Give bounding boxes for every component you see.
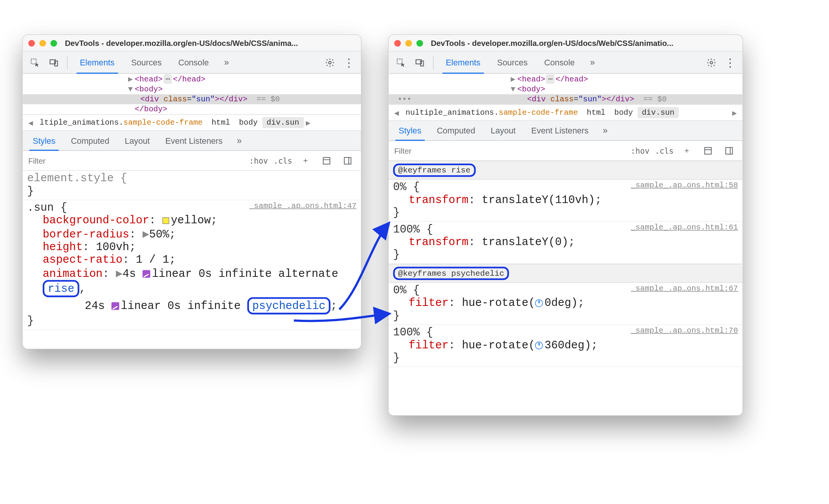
computed-styles-sidebar-icon[interactable] [319, 153, 335, 168]
keyframes-link-rise[interactable]: rise [48, 282, 75, 295]
kebab-menu-icon[interactable]: ⋮ [341, 55, 357, 70]
device-mode-icon[interactable] [412, 55, 428, 70]
inspect-icon[interactable] [27, 55, 43, 70]
keyframes-link-psychedelic[interactable]: psychedelic [252, 299, 325, 312]
subtab-event-listeners[interactable]: Event Listeners [525, 121, 595, 140]
tab-console[interactable]: Console [538, 52, 582, 73]
traffic-zoom-icon[interactable] [50, 40, 57, 46]
source-link[interactable]: _sample_.ap…ons.html:67 [631, 284, 738, 293]
svg-rect-4 [323, 157, 330, 164]
svg-rect-11 [726, 147, 732, 154]
subtab-layout[interactable]: Layout [118, 131, 156, 150]
kebab-menu-icon[interactable]: ⋮ [722, 55, 738, 70]
new-style-rule-icon[interactable]: ＋ [679, 143, 695, 158]
dom-selected-node[interactable]: ••• <div class="sun"></div> == $0 [388, 94, 742, 104]
settings-gear-icon[interactable] [704, 55, 719, 70]
subtab-more-icon[interactable]: » [231, 133, 247, 148]
tab-elements[interactable]: Elements [73, 52, 121, 73]
styles-filter-bar: :hov .cls ＋ [388, 141, 742, 161]
dom-tree[interactable]: ▶<head>⋯</head> ▼<body> <div class="sun"… [23, 74, 361, 114]
divider [433, 56, 433, 69]
rule-rise-0[interactable]: _sample_.ap…ons.html:58 0% { transform: … [388, 180, 742, 222]
angle-clock-icon[interactable] [535, 299, 543, 307]
computed-styles-sidebar-icon[interactable] [700, 143, 716, 158]
titlebar: DevTools - developer.mozilla.org/en-US/d… [23, 35, 361, 52]
keyframes-header-rise: @keyframes rise [388, 161, 742, 180]
window-title: DevTools - developer.mozilla.org/en-US/d… [431, 39, 673, 47]
crumb-prev-icon[interactable]: ◀ [26, 118, 35, 127]
styles-subtabs: Styles Computed Layout Event Listeners » [388, 121, 742, 141]
source-link[interactable]: _sample_.ap…ons.html:70 [631, 326, 738, 335]
dom-tree[interactable]: ▶<head>⋯</head> ▼<body> ••• <div class="… [388, 74, 742, 104]
crumb-frame[interactable]: ltiple_animations.sample-code-frame [35, 117, 207, 128]
device-mode-icon[interactable] [46, 55, 62, 70]
svg-rect-5 [344, 157, 351, 164]
tab-elements[interactable]: Elements [439, 52, 487, 73]
toggle-cls-button[interactable]: .cls [655, 146, 674, 155]
subtab-layout[interactable]: Layout [484, 121, 522, 140]
more-tabs-icon[interactable]: » [585, 55, 600, 70]
styles-rules: @keyframes rise _sample_.ap…ons.html:58 … [388, 161, 742, 416]
crumb-body[interactable]: body [610, 107, 637, 118]
rule-rise-100[interactable]: _sample_.ap…ons.html:61 100% { transform… [388, 222, 742, 264]
crumb-selected[interactable]: div.sun [262, 117, 303, 128]
crumb-next-icon[interactable]: ▶ [304, 118, 313, 127]
traffic-minimize-icon[interactable] [39, 40, 46, 46]
crumb-html[interactable]: html [207, 117, 235, 128]
tab-console[interactable]: Console [172, 52, 216, 73]
crumb-selected[interactable]: div.sun [637, 107, 679, 118]
breadcrumb[interactable]: ◀ ltiple_animations.sample-code-frame ht… [23, 114, 361, 131]
crumb-html[interactable]: html [582, 107, 610, 118]
styles-filter-bar: :hov .cls ＋ [23, 151, 361, 171]
new-style-rule-icon[interactable]: ＋ [298, 153, 314, 168]
inspect-icon[interactable] [393, 55, 409, 70]
breadcrumb[interactable]: ◀ nultiple_animations.sample-code-frame … [388, 104, 742, 121]
traffic-minimize-icon[interactable] [405, 40, 412, 46]
source-link[interactable]: _sample_.ap…ons.html:61 [631, 223, 738, 232]
subtab-computed[interactable]: Computed [64, 131, 116, 150]
traffic-zoom-icon[interactable] [416, 40, 423, 46]
crumb-body[interactable]: body [235, 117, 262, 128]
styles-rules: element.style { } _sample_.ap…ons.html:4… [23, 171, 361, 349]
rule-sun[interactable]: _sample_.ap…ons.html:47 .sun { backgroun… [23, 200, 361, 330]
source-link[interactable]: _sample_.ap…ons.html:58 [631, 181, 738, 190]
tab-sources[interactable]: Sources [491, 52, 535, 73]
toggle-hov-button[interactable]: :hov [631, 146, 649, 155]
angle-clock-icon[interactable] [535, 341, 543, 349]
styles-filter-input[interactable] [23, 156, 249, 165]
rule-element-style[interactable]: element.style { } [23, 171, 361, 200]
tab-sources[interactable]: Sources [125, 52, 169, 73]
rendering-panel-icon[interactable] [340, 153, 356, 168]
crumb-next-icon[interactable]: ▶ [730, 108, 739, 117]
subtab-computed[interactable]: Computed [430, 121, 482, 140]
titlebar: DevTools - developer.mozilla.org/en-US/d… [388, 35, 742, 52]
svg-point-3 [328, 61, 331, 64]
rule-psy-100[interactable]: _sample_.ap…ons.html:70 100% { filter: h… [388, 325, 742, 367]
traffic-close-icon[interactable] [394, 40, 401, 46]
bezier-icon[interactable] [143, 270, 150, 278]
subtab-event-listeners[interactable]: Event Listeners [159, 131, 229, 150]
main-toolbar: Elements Sources Console » ⋮ [23, 52, 361, 74]
toggle-cls-button[interactable]: .cls [273, 156, 292, 165]
svg-rect-10 [705, 147, 711, 154]
toggle-hov-button[interactable]: :hov [249, 156, 268, 165]
svg-point-9 [710, 61, 713, 64]
traffic-close-icon[interactable] [28, 40, 35, 46]
subtab-more-icon[interactable]: » [597, 123, 613, 138]
subtab-styles[interactable]: Styles [392, 121, 428, 140]
rule-psy-0[interactable]: _sample_.ap…ons.html:67 0% { filter: hue… [388, 283, 742, 325]
devtools-window-left: DevTools - developer.mozilla.org/en-US/d… [22, 34, 361, 350]
settings-gear-icon[interactable] [322, 55, 338, 70]
keyframes-header-psychedelic: @keyframes psychedelic [388, 264, 742, 283]
more-tabs-icon[interactable]: » [219, 55, 234, 70]
rendering-panel-icon[interactable] [721, 143, 737, 158]
source-link[interactable]: _sample_.ap…ons.html:47 [249, 201, 356, 210]
crumb-frame[interactable]: nultiple_animations.sample-code-frame [401, 107, 582, 118]
subtab-styles[interactable]: Styles [26, 131, 62, 150]
dom-selected-node[interactable]: <div class="sun"></div> == $0 [23, 94, 361, 104]
styles-filter-input[interactable] [388, 146, 631, 155]
window-title: DevTools - developer.mozilla.org/en-US/d… [65, 39, 298, 47]
styles-subtabs: Styles Computed Layout Event Listeners » [23, 131, 361, 151]
bezier-icon[interactable] [111, 302, 119, 310]
crumb-prev-icon[interactable]: ◀ [392, 108, 401, 117]
